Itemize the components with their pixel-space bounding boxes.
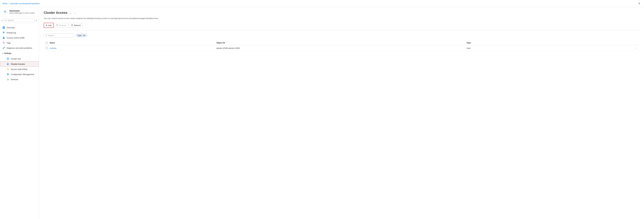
- grid-icon: [2, 26, 5, 29]
- trash-icon: [56, 24, 58, 27]
- svg-line-25: [46, 36, 47, 36]
- row-type: User: [466, 47, 633, 49]
- type-filter-badge[interactable]: Type : All: [76, 34, 87, 37]
- main-content: Cluster Access ☆ ··· You can control acc…: [39, 7, 644, 219]
- sidebar-item-access-control[interactable]: Access control (IAM): [0, 35, 39, 40]
- sidebar-item-label: Diagnose and solve problems: [6, 47, 32, 49]
- svg-line-3: [6, 21, 6, 21]
- pin-button[interactable]: ◇: [1, 19, 3, 22]
- collapse-button[interactable]: «: [35, 19, 38, 22]
- sidebar-search-input[interactable]: [8, 19, 33, 22]
- header-actions: ☆ ···: [69, 12, 76, 15]
- layout: mycluster Azure HDInsight on AKS cluster…: [0, 7, 644, 219]
- chevron-down-icon: ∨: [2, 53, 4, 54]
- sidebar-item-label: Tags: [6, 42, 11, 44]
- toolbar: + Add Remove Refresh: [44, 23, 639, 30]
- sidebar-item-tags[interactable]: Tags: [0, 40, 39, 45]
- svg-rect-6: [3, 28, 4, 29]
- svg-rect-17: [7, 74, 9, 74]
- sidebar-cluster-subtitle: Azure HDInsight on AKS cluster: [9, 12, 34, 14]
- services-icon: [6, 78, 9, 81]
- sidebar-search-container: [3, 17, 35, 24]
- search-icon: [5, 19, 7, 22]
- add-label: Add: [48, 24, 52, 27]
- plus-icon: +: [46, 24, 47, 27]
- select-all-checkbox[interactable]: [46, 42, 48, 44]
- svg-rect-4: [3, 27, 4, 28]
- sidebar-item-cluster-size[interactable]: Cluster size: [0, 56, 39, 61]
- add-button[interactable]: + Add: [44, 23, 54, 28]
- row-actions-cell: ···: [633, 47, 639, 50]
- table-header: Name Object ID Type: [44, 41, 639, 45]
- sidebar-item-services[interactable]: Services: [0, 77, 39, 82]
- column-type-header: Type: [466, 42, 633, 44]
- sidebar-item-label: Cluster Access: [11, 63, 25, 65]
- svg-point-14: [8, 63, 8, 64]
- sidebar: mycluster Azure HDInsight on AKS cluster…: [0, 7, 39, 219]
- breadcrumb: Home › mycluster (contosopool/mycluster): [2, 3, 637, 5]
- refresh-button[interactable]: Refresh: [69, 23, 83, 28]
- svg-rect-10: [3, 33, 4, 33]
- sidebar-item-label: Access control (IAM): [6, 37, 24, 39]
- svg-point-1: [5, 11, 6, 12]
- filter-row: Type : All: [44, 33, 639, 38]
- refresh-icon: [71, 24, 73, 27]
- close-button[interactable]: ✕: [637, 1, 642, 6]
- settings-section-label: Settings: [4, 52, 11, 54]
- sidebar-item-ssh[interactable]: Secure shell (SSH): [0, 67, 39, 72]
- svg-rect-5: [4, 27, 5, 28]
- svg-rect-19: [7, 75, 9, 75]
- svg-rect-8: [3, 32, 5, 32]
- remove-button[interactable]: Remove: [54, 23, 68, 28]
- person-icon: [2, 36, 5, 39]
- filter-search-input[interactable]: [48, 34, 72, 37]
- svg-point-12: [3, 42, 4, 43]
- column-name-header: Name: [50, 42, 216, 44]
- sidebar-collapse-row: ◇ «: [0, 16, 39, 25]
- remove-label: Remove: [59, 24, 66, 27]
- key-icon: [6, 68, 9, 71]
- header-checkbox-cell: [44, 42, 50, 44]
- sidebar-item-label: Services: [11, 78, 18, 81]
- row-checkbox[interactable]: [46, 47, 48, 49]
- page-header-row: Cluster Access ☆ ···: [44, 11, 639, 16]
- tag-icon: [2, 42, 5, 44]
- people-icon: [7, 63, 10, 65]
- config-icon: [6, 73, 9, 76]
- breadcrumb-home[interactable]: Home: [2, 3, 8, 5]
- wrench-icon: [2, 47, 5, 49]
- sidebar-item-overview[interactable]: Overview: [0, 25, 39, 30]
- sidebar-item-label: Configuration Management: [11, 73, 34, 76]
- row-objectid: abcde-12345-abcde-12345: [216, 47, 466, 49]
- sidebar-item-label: Cluster size: [11, 58, 21, 60]
- sidebar-item-activity-log[interactable]: Activity log: [0, 30, 39, 35]
- more-options-button[interactable]: ···: [74, 12, 76, 15]
- settings-section[interactable]: ∨ Settings: [0, 51, 39, 56]
- sidebar-search-box[interactable]: [4, 19, 34, 22]
- sidebar-cluster-name: mycluster: [9, 10, 34, 12]
- sidebar-item-cluster-access[interactable]: Cluster Access: [0, 61, 39, 67]
- svg-rect-23: [56, 25, 58, 26]
- cluster-icon: [2, 9, 8, 14]
- settings-nav-list: Cluster size Cluster Access Secure shell…: [0, 56, 39, 83]
- svg-point-11: [3, 37, 4, 38]
- sidebar-item-label: Secure shell (SSH): [11, 68, 28, 70]
- svg-rect-18: [7, 74, 9, 74]
- sidebar-item-label: Activity log: [6, 32, 16, 34]
- row-checkbox-cell: [44, 47, 50, 49]
- nav-list: Overview Activity log Access control (IA…: [0, 25, 39, 51]
- refresh-label: Refresh: [74, 24, 81, 27]
- row-more-options-button[interactable]: ···: [635, 47, 637, 50]
- sidebar-item-diagnose[interactable]: Diagnose and solve problems: [0, 45, 39, 51]
- filter-search-box[interactable]: [44, 33, 74, 38]
- table-row: contoso abcde-12345-abcde-12345 User ···: [44, 45, 639, 51]
- breadcrumb-cluster[interactable]: mycluster (contosopool/mycluster): [10, 3, 40, 5]
- top-bar: Home › mycluster (contosopool/mycluster)…: [0, 0, 644, 7]
- row-name[interactable]: contoso: [50, 47, 216, 49]
- sidebar-item-config-mgmt[interactable]: Configuration Management: [0, 72, 39, 77]
- data-table: Name Object ID Type contoso abcde-12345-…: [44, 41, 639, 51]
- resize-icon: [6, 57, 9, 60]
- list-icon: [2, 31, 5, 34]
- favorite-button[interactable]: ☆: [69, 12, 72, 15]
- sidebar-item-label: Overview: [6, 27, 15, 29]
